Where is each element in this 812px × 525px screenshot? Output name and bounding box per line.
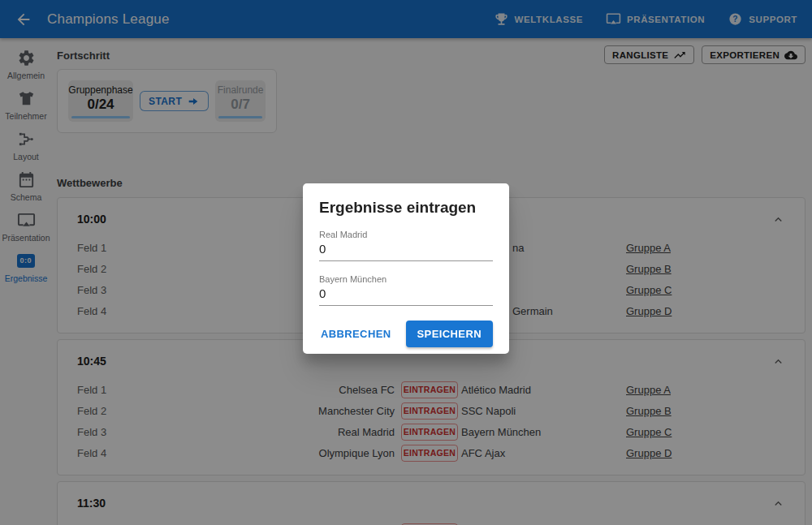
score-field-label: Bayern München <box>319 274 493 284</box>
dialog-fields: Real MadridBayern München <box>319 230 493 306</box>
save-button[interactable]: SPEICHERN <box>406 321 493 347</box>
score-field: Real Madrid <box>319 230 493 261</box>
score-field-label: Real Madrid <box>319 230 493 239</box>
dialog-actions: ABBRECHEN SPEICHERN <box>319 321 493 347</box>
dialog-title: Ergebnisse eintragen <box>319 199 493 217</box>
cancel-button[interactable]: ABBRECHEN <box>316 321 396 347</box>
score-field: Bayern München <box>319 274 493 306</box>
enter-results-dialog: Ergebnisse eintragen Real MadridBayern M… <box>303 183 509 354</box>
score-input[interactable] <box>319 284 493 306</box>
score-input[interactable] <box>319 239 493 261</box>
